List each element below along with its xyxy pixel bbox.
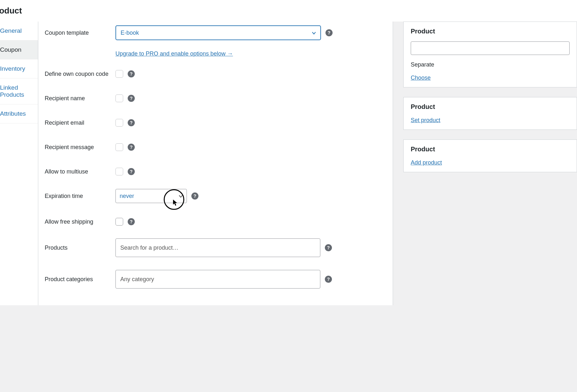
right-box-link[interactable]: Add product bbox=[411, 159, 442, 166]
sidebar-item-general[interactable]: General bbox=[0, 22, 38, 40]
recipient-email-checkbox[interactable] bbox=[115, 119, 123, 127]
allow-free-shipping-checkbox[interactable] bbox=[115, 218, 123, 226]
right-box-tags: Product Separate Choose bbox=[403, 22, 577, 87]
right-box-title: Product bbox=[411, 28, 570, 35]
help-icon[interactable]: ? bbox=[128, 218, 135, 225]
right-box-hint: Separate bbox=[411, 61, 570, 68]
right-box-title: Product bbox=[411, 146, 570, 153]
help-icon[interactable]: ? bbox=[128, 119, 135, 126]
coupon-template-value: E-book bbox=[121, 30, 139, 36]
products-label: Products bbox=[45, 245, 115, 251]
recipient-name-checkbox[interactable] bbox=[115, 94, 123, 102]
page-title: Product bbox=[0, 0, 577, 22]
help-icon[interactable]: ? bbox=[128, 70, 135, 77]
help-icon[interactable]: ? bbox=[128, 144, 135, 151]
help-icon[interactable]: ? bbox=[128, 168, 135, 175]
recipient-name-label: Recipient name bbox=[45, 95, 115, 102]
expiration-time-select[interactable]: never bbox=[115, 189, 187, 203]
coupon-settings-panel: Coupon template E-book ? Upgrade to PRO … bbox=[38, 22, 393, 305]
chevron-down-icon bbox=[311, 31, 316, 35]
define-own-checkbox[interactable] bbox=[115, 70, 123, 78]
right-sidebar: Product Separate Choose Product Set prod… bbox=[403, 22, 577, 305]
help-icon[interactable]: ? bbox=[325, 244, 332, 251]
sidebar-item-linked-products[interactable]: Linked Products bbox=[0, 78, 38, 104]
main-layout: General Coupon Inventory Linked Products… bbox=[0, 22, 577, 305]
chevron-down-icon bbox=[178, 194, 183, 198]
allow-multiuse-label: Allow to multiuse bbox=[45, 168, 115, 175]
product-categories-input[interactable] bbox=[115, 270, 320, 289]
help-icon[interactable]: ? bbox=[191, 192, 198, 200]
coupon-template-label: Coupon template bbox=[45, 30, 115, 36]
right-box-link[interactable]: Set product bbox=[411, 117, 440, 123]
recipient-message-checkbox[interactable] bbox=[115, 143, 123, 151]
expiration-time-value: never bbox=[120, 193, 134, 200]
expiration-time-label: Expiration time bbox=[45, 193, 115, 200]
right-box-gallery: Product Add product bbox=[403, 139, 577, 172]
product-data-tabs: General Coupon Inventory Linked Products… bbox=[0, 22, 38, 305]
help-icon[interactable]: ? bbox=[325, 276, 332, 283]
define-own-label: Define own coupon code bbox=[45, 71, 115, 77]
right-box-link[interactable]: Choose bbox=[411, 75, 431, 81]
sidebar-item-coupon[interactable]: Coupon bbox=[0, 40, 38, 59]
allow-free-shipping-label: Allow free shipping bbox=[45, 218, 115, 225]
sidebar-item-attributes[interactable]: Attributes bbox=[0, 104, 38, 123]
recipient-message-label: Recipient message bbox=[45, 144, 115, 151]
coupon-template-select[interactable]: E-book bbox=[115, 25, 321, 40]
allow-multiuse-checkbox[interactable] bbox=[115, 168, 123, 175]
right-box-image: Product Set product bbox=[403, 97, 577, 130]
help-icon[interactable]: ? bbox=[128, 95, 135, 102]
product-categories-label: Product categories bbox=[45, 276, 115, 283]
right-box-input[interactable] bbox=[411, 41, 570, 55]
recipient-email-label: Recipient email bbox=[45, 120, 115, 126]
help-icon[interactable]: ? bbox=[325, 29, 333, 36]
right-box-title: Product bbox=[411, 103, 570, 111]
upgrade-pro-link[interactable]: Upgrade to PRO and enable options below … bbox=[115, 44, 233, 66]
products-search-input[interactable] bbox=[115, 238, 320, 257]
sidebar-item-inventory[interactable]: Inventory bbox=[0, 59, 38, 78]
